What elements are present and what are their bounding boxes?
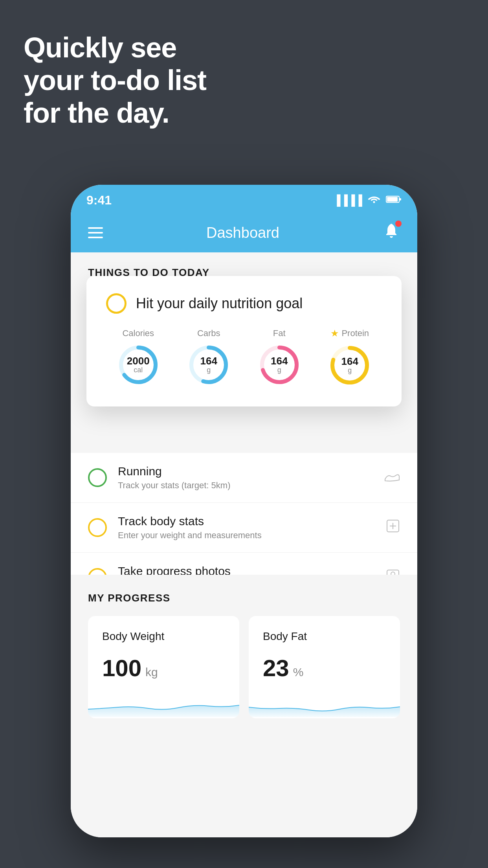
phone-mockup: 9:41 ▐▐▐▐: [71, 185, 417, 837]
hero-line2: your to-do list: [24, 64, 206, 97]
fat-ring: 164 g: [258, 343, 301, 386]
battery-icon: [386, 194, 402, 206]
nutrition-status-circle: [106, 293, 127, 314]
protein-label: ★ Protein: [330, 328, 369, 339]
stat-calories: Calories 2000 cal: [117, 328, 160, 386]
todo-subtitle-body-stats: Enter your weight and measurements: [118, 530, 375, 541]
carbs-ring: 164 g: [187, 343, 230, 386]
todo-subtitle-running: Track your stats (target: 5km): [118, 480, 373, 491]
body-fat-unit: %: [293, 666, 304, 679]
status-time: 9:41: [86, 193, 112, 208]
body-fat-number: 23: [263, 655, 289, 682]
todo-item-body-stats[interactable]: Track body stats Enter your weight and m…: [71, 503, 417, 553]
scale-icon: [386, 519, 400, 537]
hero-text: Quickly see your to-do list for the day.: [24, 31, 206, 129]
body-weight-number: 100: [102, 655, 141, 682]
svg-point-0: [373, 201, 375, 203]
signal-icon: ▐▐▐▐: [333, 194, 362, 206]
nutrition-stats: Calories 2000 cal Carbs: [106, 328, 382, 387]
todo-circle-body-stats: [88, 518, 107, 537]
star-icon: ★: [330, 328, 339, 339]
body-weight-card: Body Weight 100 kg: [88, 616, 239, 718]
stat-protein: ★ Protein 164 g: [328, 328, 371, 387]
hero-line1: Quickly see: [24, 31, 206, 64]
notification-dot: [395, 221, 402, 227]
body-fat-label: Body Fat: [263, 630, 386, 643]
status-bar: 9:41 ▐▐▐▐: [71, 185, 417, 213]
body-weight-label: Body Weight: [102, 630, 225, 643]
svg-rect-2: [387, 197, 398, 202]
shoe-icon: [384, 469, 400, 486]
todo-item-running[interactable]: Running Track your stats (target: 5km): [71, 453, 417, 503]
todo-circle-running: [88, 468, 107, 487]
calories-label: Calories: [122, 328, 154, 338]
svg-rect-3: [399, 198, 401, 200]
body-fat-value-row: 23 %: [263, 655, 386, 682]
content-area: THINGS TO DO TODAY Hit your daily nutrit…: [71, 252, 417, 837]
nutrition-header: Hit your daily nutrition goal: [106, 293, 382, 314]
progress-section: MY PROGRESS Body Weight 100 kg: [71, 575, 417, 718]
carbs-label: Carbs: [197, 328, 220, 338]
stat-fat: Fat 164 g: [258, 328, 301, 386]
hero-line3: for the day.: [24, 97, 206, 129]
protein-value: 164: [341, 355, 358, 367]
todo-text-running: Running Track your stats (target: 5km): [118, 465, 373, 491]
body-fat-chart: [249, 693, 400, 717]
calories-value: 2000: [127, 355, 150, 367]
fat-value: 164: [271, 355, 288, 367]
body-weight-chart: [88, 693, 239, 717]
hamburger-menu-icon[interactable]: [88, 227, 103, 238]
carbs-value: 164: [200, 355, 217, 367]
nutrition-card: Hit your daily nutrition goal Calories 2…: [86, 276, 402, 406]
todo-text-body-stats: Track body stats Enter your weight and m…: [118, 515, 375, 541]
body-weight-unit: kg: [145, 666, 158, 679]
nav-title: Dashboard: [206, 224, 279, 241]
progress-cards: Body Weight 100 kg: [88, 616, 400, 718]
todo-title-running: Running: [118, 465, 373, 478]
progress-title: MY PROGRESS: [88, 592, 400, 604]
nav-bar: Dashboard: [71, 213, 417, 252]
protein-ring: 164 g: [328, 344, 371, 387]
body-weight-value-row: 100 kg: [102, 655, 225, 682]
notification-bell-icon[interactable]: [383, 222, 400, 243]
status-icons: ▐▐▐▐: [333, 194, 402, 206]
fat-label: Fat: [273, 328, 286, 338]
body-fat-card: Body Fat 23 %: [249, 616, 400, 718]
nutrition-title: Hit your daily nutrition goal: [136, 295, 303, 312]
wifi-icon: [368, 194, 380, 206]
todo-title-body-stats: Track body stats: [118, 515, 375, 528]
stat-carbs: Carbs 164 g: [187, 328, 230, 386]
calories-ring: 2000 cal: [117, 343, 160, 386]
